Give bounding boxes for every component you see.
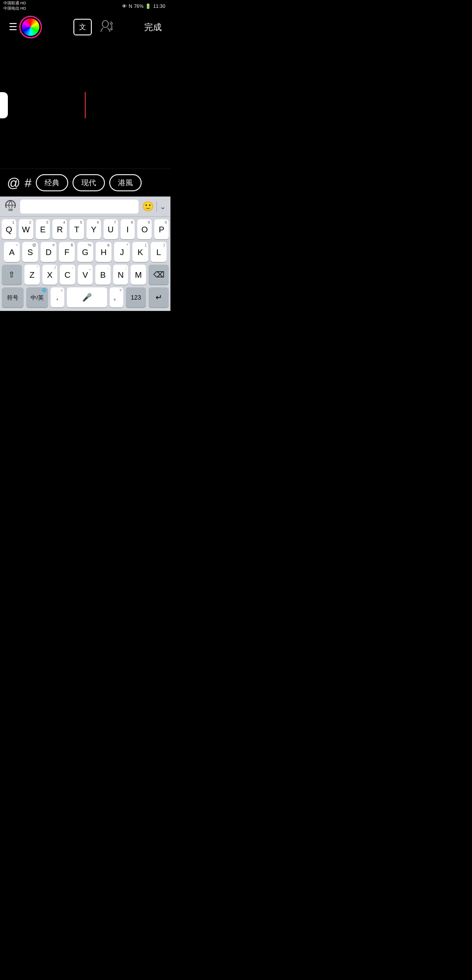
left-handle	[0, 92, 8, 118]
hash-symbol-button[interactable]: #	[24, 176, 31, 190]
key-m[interactable]: M	[131, 265, 146, 285]
key-v[interactable]: _V	[78, 265, 93, 285]
toolbar-center: 文	[73, 19, 113, 35]
key-g[interactable]: %G	[77, 242, 93, 262]
svg-text:⌨: ⌨	[8, 208, 13, 211]
carrier-info: 中国联通 HD 中国电信 HD	[3, 1, 26, 11]
lang-switch-key[interactable]: 🌐 中/英	[26, 287, 48, 307]
return-key[interactable]: ↵	[149, 287, 169, 307]
symbol-key[interactable]: 符号	[2, 287, 24, 307]
keyboard-divider	[156, 201, 157, 212]
emoji-button[interactable]: 🙂	[142, 201, 154, 212]
text-to-speech-icon[interactable]	[100, 20, 113, 35]
key-p[interactable]: 0P	[154, 219, 169, 239]
key-j[interactable]: *J	[114, 242, 130, 262]
key-o[interactable]: 9O	[137, 219, 152, 239]
status-bar: 中国联通 HD 中国电信 HD 👁 N 76% 🔋 11:30	[0, 0, 170, 12]
key-s[interactable]: @S	[22, 242, 38, 262]
key-h[interactable]: &H	[96, 242, 111, 262]
key-l[interactable]: )L	[151, 242, 167, 262]
font-tag-classic[interactable]: 经典	[36, 174, 68, 191]
toolbar-left: ☰	[9, 16, 42, 38]
key-k[interactable]: (K	[132, 242, 148, 262]
keyboard-lang-icon[interactable]: ⌨	[4, 199, 17, 214]
carrier1-label: 中国联通 HD	[3, 1, 26, 6]
battery-icon: 🔋	[145, 3, 151, 9]
key-z[interactable]: 'Z	[24, 265, 40, 285]
keyboard-topbar: ⌨ 🙂 ⌄	[0, 197, 170, 217]
space-key[interactable]: 🎤	[67, 287, 107, 307]
done-button[interactable]: 完成	[144, 21, 162, 33]
key-row-2: ~A @S #D $F %G &H *J (K )L	[2, 242, 169, 262]
key-u[interactable]: 7U	[104, 219, 118, 239]
keyboard-collapse-button[interactable]: ⌄	[160, 202, 166, 211]
translate-button[interactable]: 文	[73, 19, 92, 35]
period-key[interactable]: ?。	[110, 287, 123, 307]
key-w[interactable]: 2W	[19, 219, 33, 239]
key-b[interactable]: :B	[95, 265, 111, 285]
keys-section: 1Q 2W 3E 4R 5T 6Y 7U 8I 9O 0P ~A @S #D $…	[0, 217, 170, 311]
key-row-3: ⇧ 'Z /X -C _V :B ;N M ⌫	[2, 265, 169, 285]
font-tag-modern[interactable]: 现代	[73, 174, 105, 191]
key-row-bottom: 符号 🌐 中/英 !， 🎤 ?。 123 ↵	[2, 287, 169, 311]
carrier2-label: 中国电信 HD	[3, 6, 26, 11]
key-c[interactable]: -C	[60, 265, 75, 285]
keyboard-search-input[interactable]	[20, 200, 139, 214]
color-wheel-icon	[22, 18, 39, 36]
key-q[interactable]: 1Q	[2, 219, 16, 239]
key-y[interactable]: 6Y	[87, 219, 101, 239]
key-d[interactable]: #D	[41, 242, 56, 262]
font-style-row: @ # 经典 现代 港風	[0, 169, 170, 197]
battery-label: 76%	[134, 3, 143, 9]
top-toolbar: ☰ 文 完成	[0, 12, 170, 42]
key-f[interactable]: $F	[59, 242, 75, 262]
key-x[interactable]: /X	[42, 265, 58, 285]
key-i[interactable]: 8I	[121, 219, 135, 239]
num-key[interactable]: 123	[126, 287, 146, 307]
nfc-icon: N	[128, 3, 132, 9]
key-a[interactable]: ~A	[4, 242, 20, 262]
time-label: 11:30	[153, 3, 165, 9]
translate-icon: 文	[79, 23, 86, 32]
key-e[interactable]: 3E	[36, 219, 50, 239]
menu-icon[interactable]: ☰	[9, 21, 17, 33]
font-tag-hongkong[interactable]: 港風	[109, 174, 142, 191]
svg-point-0	[102, 21, 108, 28]
status-right: 👁 N 76% 🔋 11:30	[122, 3, 165, 9]
backspace-key[interactable]: ⌫	[149, 265, 169, 285]
color-picker-button[interactable]	[19, 16, 42, 38]
key-r[interactable]: 4R	[52, 219, 67, 239]
text-canvas[interactable]	[0, 42, 170, 169]
key-row-1: 1Q 2W 3E 4R 5T 6Y 7U 8I 9O 0P	[2, 219, 169, 239]
key-t[interactable]: 5T	[69, 219, 84, 239]
keyboard-area: ⌨ 🙂 ⌄ 1Q 2W 3E 4R 5T 6Y 7U 8I 9O 0P ~A @…	[0, 197, 170, 311]
key-n[interactable]: ;N	[113, 265, 128, 285]
at-symbol-button[interactable]: @	[7, 176, 20, 190]
eye-icon: 👁	[122, 3, 127, 9]
shift-key[interactable]: ⇧	[2, 265, 22, 285]
text-cursor	[85, 92, 86, 118]
comma-key[interactable]: !，	[51, 287, 64, 307]
